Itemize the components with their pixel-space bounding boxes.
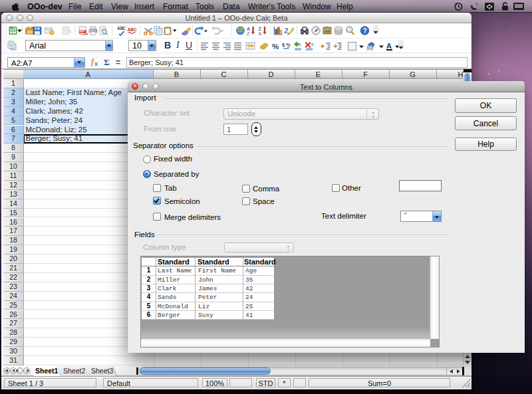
svg-text:0: 0: [299, 43, 301, 47]
svg-text:PDF: PDF: [80, 31, 85, 33]
svg-text:?: ?: [363, 27, 367, 35]
svg-text:$: $: [282, 42, 285, 48]
svg-text:Σ: Σ: [104, 57, 110, 67]
svg-text:.000: .000: [294, 47, 301, 51]
svg-text:A: A: [247, 27, 250, 31]
svg-text:Z: Z: [259, 27, 262, 31]
svg-text:0: 0: [311, 43, 313, 47]
svg-text:x: x: [94, 60, 98, 67]
svg-text:C: C: [123, 26, 126, 31]
svg-text:=: =: [116, 58, 120, 67]
svg-text:Z: Z: [247, 31, 250, 36]
svg-text:%: %: [272, 43, 279, 50]
svg-text:.000: .000: [305, 47, 313, 51]
svg-text:A: A: [386, 42, 392, 50]
svg-text:A: A: [259, 31, 262, 36]
svg-text:2: 2: [284, 27, 289, 35]
svg-text:ABC: ABC: [128, 27, 137, 32]
svg-text:%: %: [286, 42, 291, 48]
